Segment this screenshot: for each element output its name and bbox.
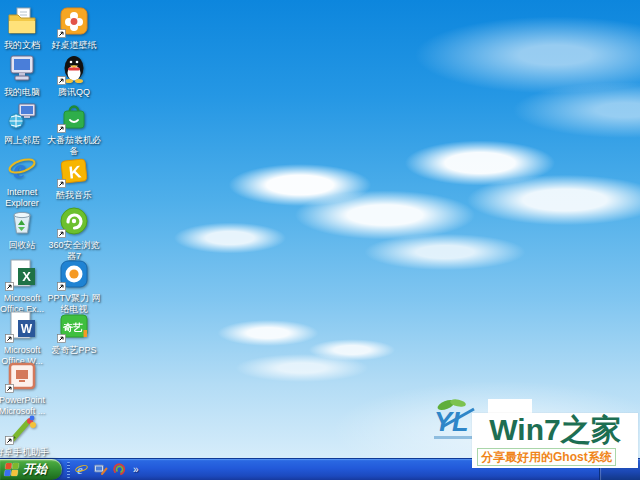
quick-launch-launcher-app[interactable]	[112, 462, 127, 477]
shortcut-arrow-icon	[5, 384, 14, 393]
word-icon: W	[6, 310, 38, 342]
ie-icon: e	[6, 152, 38, 184]
svg-text:奇艺: 奇艺	[63, 322, 83, 333]
icon-label: 我的电脑	[4, 87, 40, 98]
desktop-icon-360-safe-browser[interactable]: 360安全浏览 器7	[46, 205, 102, 263]
shortcut-arrow-icon	[57, 179, 66, 188]
desktop-icon-pptv-network-tv[interactable]: PPTV聚力 网 络电视	[46, 258, 102, 316]
icon-label: 网上邻居	[4, 135, 40, 146]
shortcut-arrow-icon	[57, 76, 66, 85]
start-label: 开始	[23, 461, 47, 478]
qq-icon	[58, 52, 90, 84]
windows-logo-icon	[4, 463, 20, 477]
start-button[interactable]: 开始	[0, 459, 62, 480]
desktop-icon-haozhuodao-wallpaper[interactable]: 好桌道壁纸	[46, 5, 102, 51]
desktop-icon-my-documents[interactable]: 我的文档	[0, 5, 50, 51]
shortcut-arrow-icon	[57, 282, 66, 291]
recycle-icon	[6, 205, 38, 237]
shortcut-arrow-icon	[57, 124, 66, 133]
desktop-icon-iqiyi-pps[interactable]: 奇艺爱奇艺PPS	[46, 310, 102, 356]
desktop-icon-kuwo-music[interactable]: K酷我音乐	[46, 155, 102, 201]
bag-icon	[58, 100, 90, 132]
desktop-icon-recycle-bin[interactable]: 回收站	[0, 205, 50, 251]
shortcut-arrow-icon	[5, 282, 14, 291]
desktop-icon-ms-office-excel[interactable]: XMicrosoft Office Ex...	[0, 258, 50, 316]
icon-label: 爱奇艺PPS	[51, 345, 96, 356]
shortcut-arrow-icon	[5, 436, 14, 445]
icon-label: 好卓手机助手	[0, 447, 49, 458]
folder-documents-icon	[6, 5, 38, 37]
desktop-icon-big-tomato-essentials[interactable]: 大番茄装机必 备	[46, 100, 102, 158]
icon-label: 腾讯QQ	[58, 87, 90, 98]
desktop-icon-haozhuo-phone-assistant[interactable]: 好卓手机助手	[0, 412, 50, 458]
quick-launch-show-desktop[interactable]	[93, 462, 108, 477]
watermark-subtitle: 分享最好用的Ghost系统	[477, 448, 616, 466]
watermark: Win7之家 分享最好用的Ghost系统	[472, 413, 638, 468]
desktop-icon-ms-office-powerpoint[interactable]: PowerPoint Microsoft ...	[0, 360, 50, 418]
wallpaper-app-icon	[58, 5, 90, 37]
shortcut-arrow-icon	[57, 229, 66, 238]
excel-icon: X	[6, 258, 38, 290]
quick-launch-overflow-chevron[interactable]: »	[133, 465, 139, 475]
quick-launch: e»	[74, 462, 139, 477]
icon-label: 回收站	[9, 240, 36, 251]
desktop-icon-internet-explorer[interactable]: eInternet Explorer	[0, 152, 50, 210]
desktop-icon-tencent-qq[interactable]: 腾讯QQ	[46, 52, 102, 98]
desktop-icon-my-computer[interactable]: 我的电脑	[0, 52, 50, 98]
shortcut-arrow-icon	[57, 29, 66, 38]
quick-launch-handle[interactable]	[67, 462, 70, 478]
svg-text:e: e	[77, 462, 83, 477]
watermark-title: Win7之家	[472, 413, 638, 447]
network-icon	[6, 100, 38, 132]
svg-text:X: X	[22, 269, 31, 284]
icon-label: 我的文档	[4, 40, 40, 51]
desktop-icon-ms-office-word[interactable]: WMicrosoft Office W...	[0, 310, 50, 368]
computer-icon	[6, 52, 38, 84]
desktop: 我的文档我的电脑网上邻居eInternet Explorer回收站XMicros…	[0, 0, 640, 480]
svg-text:e: e	[13, 153, 25, 184]
svg-text:W: W	[21, 322, 33, 336]
desktop-icon-network-places[interactable]: 网上邻居	[0, 100, 50, 146]
b360-icon	[58, 205, 90, 237]
kuwo-icon: K	[58, 155, 90, 187]
iqiyi-icon: 奇艺	[58, 310, 90, 342]
powerpoint-icon	[6, 360, 38, 392]
pen-icon	[6, 412, 38, 444]
shortcut-arrow-icon	[57, 334, 66, 343]
icon-label: 好桌道壁纸	[52, 40, 97, 51]
shortcut-arrow-icon	[5, 334, 14, 343]
pptv-icon	[58, 258, 90, 290]
icon-label: 酷我音乐	[56, 190, 92, 201]
quick-launch-internet-explorer[interactable]: e	[74, 462, 89, 477]
